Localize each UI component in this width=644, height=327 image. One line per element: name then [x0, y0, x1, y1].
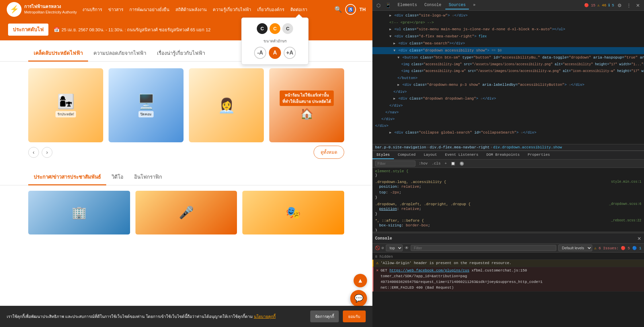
- devtools-close-btn[interactable]: ✕: [635, 2, 641, 9]
- tree-line-6[interactable]: ▼ <div class="dropdown accessibility sho…: [372, 47, 644, 54]
- panel-tab-dom-breakpoints[interactable]: DOM Breakpoints: [482, 151, 524, 159]
- console-eye-icon[interactable]: 👁: [405, 246, 409, 251]
- scroll-top-button[interactable]: ▲: [354, 274, 367, 287]
- accessibility-button[interactable]: ♿: [345, 4, 356, 15]
- dt-tab-elements[interactable]: Elements: [394, 1, 420, 9]
- tab-infographic[interactable]: อินโฟกราฟิก: [129, 170, 167, 185]
- color-white-btn[interactable]: C: [282, 23, 293, 34]
- tab-electricity-tips[interactable]: เคล็ดลับประหยัดไฟฟ้า: [28, 46, 88, 62]
- devtools-inspect-btn[interactable]: ⬡: [375, 2, 382, 9]
- devtools-settings-btn[interactable]: ⚙: [616, 2, 623, 9]
- console-context-dropdown[interactable]: top: [386, 245, 403, 251]
- tree-line-5[interactable]: ▶ <div class="mea-search"></div>: [372, 40, 644, 47]
- tree-line-12[interactable]: </div>: [372, 88, 644, 95]
- bc-navigation[interactable]: bar.p-0.site-navigation: [375, 145, 426, 149]
- arrow-4[interactable]: ▼: [390, 35, 392, 38]
- tab-knowledge[interactable]: เรื่องน่ารู้เกี่ยวกับไฟฟ้า: [152, 46, 210, 62]
- panel-tab-styles[interactable]: Styles: [372, 151, 394, 159]
- view-all-button[interactable]: ดูทั้งหมด: [314, 146, 344, 159]
- arrow-3[interactable]: ▶: [390, 28, 392, 31]
- carousel-next-btn[interactable]: ›: [42, 147, 52, 158]
- cookie-accept-button[interactable]: ยอมรับ: [343, 311, 366, 322]
- nav-สถิติ[interactable]: สถิติด้านพลังงาน: [175, 6, 207, 13]
- font-increase-btn[interactable]: +A: [284, 47, 296, 59]
- devtools-vertical-btn[interactable]: ⋮: [625, 2, 633, 9]
- tree-line-16[interactable]: </div>: [372, 116, 644, 122]
- style-icon2[interactable]: 🔘: [458, 161, 466, 166]
- nav-พัฒนา[interactable]: การพัฒนาอย่างยั่งยืน: [129, 6, 169, 13]
- tab-video[interactable]: วิดีโอ: [106, 170, 129, 185]
- tab-safety[interactable]: ความปลอดภัยจากไฟฟ้า: [88, 46, 152, 62]
- panel-tab-event-listeners[interactable]: Event Listeners: [441, 151, 482, 159]
- tree-line-18[interactable]: ▶ <div class="collapse global-search" id…: [372, 129, 644, 136]
- chat-button[interactable]: 💬: [350, 290, 367, 307]
- font-normal-btn[interactable]: A: [269, 47, 281, 59]
- hover-filter-btn[interactable]: :hov: [417, 161, 429, 166]
- tree-line-2[interactable]: <!-- <pre></pre> -->: [372, 19, 644, 26]
- panel-tab-layout[interactable]: Layout: [419, 151, 441, 159]
- style-icon1[interactable]: 🔲: [449, 161, 457, 166]
- bc-accessibility[interactable]: div.dropdown.accessibility.show: [493, 145, 562, 149]
- language-button[interactable]: TH: [359, 7, 366, 12]
- tree-line-13[interactable]: ▶ <div class="dropdown dropdown-lang"> ☆…: [372, 95, 644, 102]
- color-orange-btn[interactable]: C: [270, 23, 280, 34]
- tree-line-3[interactable]: ▶ <ul class="site-menu main-menu js-clon…: [372, 26, 644, 33]
- arrow-5[interactable]: ▶: [394, 42, 396, 45]
- arrow-6[interactable]: ▼: [394, 49, 396, 52]
- card-2[interactable]: 🖥️ ปิดคอม: [109, 68, 184, 142]
- console-levels-dropdown[interactable]: Default levels: [558, 245, 592, 251]
- nav-งานบริการ[interactable]: งานบริการ: [82, 6, 102, 13]
- card-1[interactable]: 👩‍👧 รักประหยัด!: [28, 68, 103, 142]
- tree-line-14[interactable]: </div>: [372, 102, 644, 109]
- arrow-18[interactable]: ▶: [390, 131, 392, 135]
- arrow-13[interactable]: ▶: [394, 97, 396, 101]
- tree-line-10[interactable]: </button>: [372, 75, 644, 81]
- card-3[interactable]: 👩‍💼: [189, 68, 264, 142]
- tree-line-8[interactable]: <img class="accessibility-img" src="/ass…: [372, 61, 644, 68]
- search-button[interactable]: 🔍: [334, 6, 342, 13]
- tree-line-4[interactable]: ▼ <div class="d-flex mea-navbar-right"> …: [372, 33, 644, 40]
- nav-ความรู้[interactable]: ความรู้เกี่ยวกับไฟฟ้า: [213, 6, 251, 13]
- arrow-1[interactable]: ▶: [390, 14, 392, 17]
- color-dark-btn[interactable]: C: [257, 23, 268, 34]
- panel-tab-properties[interactable]: Properties: [524, 151, 554, 159]
- cookie-manage-button[interactable]: จัดการคุกกี้: [310, 311, 339, 322]
- console-filter-icon[interactable]: ⊘: [381, 246, 384, 251]
- tab-news[interactable]: ประกาศ/ข่าวสารประชาสัมพันธ์: [28, 170, 106, 185]
- bottom-card-2[interactable]: 🎤: [135, 191, 237, 234]
- arrow-7[interactable]: ▼: [398, 56, 400, 60]
- dt-tab-more[interactable]: »: [470, 1, 479, 9]
- devtools-device-btn[interactable]: 📱: [384, 2, 392, 9]
- console-close-btn[interactable]: ✕: [637, 236, 641, 241]
- console-filter-input[interactable]: [411, 245, 556, 251]
- add-style-btn[interactable]: +: [443, 161, 448, 166]
- cookie-policy-link[interactable]: นโยบายคุกกี้: [254, 314, 276, 319]
- bottom-card-3[interactable]: 🎭: [242, 191, 344, 234]
- panel-tab-computed[interactable]: Computed: [394, 151, 420, 159]
- dt-tab-console[interactable]: Console: [421, 1, 445, 9]
- carousel-prev-btn[interactable]: ‹: [28, 147, 39, 158]
- tree-line-11[interactable]: ▶ <div class="dropdown-menu p-3 show" ar…: [372, 81, 644, 88]
- dt-tab-sources[interactable]: Sources: [445, 1, 469, 9]
- console-hidden-msg: 8 hidden: [372, 254, 644, 260]
- tree-line-7[interactable]: ▼ <button class="btn btn-sm" type="butto…: [372, 54, 644, 61]
- content-tabs: เคล็ดลับประหยัดไฟฟ้า ความปลอดภัยจากไฟฟ้า…: [0, 46, 372, 62]
- console-clear-icon[interactable]: 🚫: [375, 246, 380, 251]
- tree-line-17[interactable]: </div>: [372, 122, 644, 129]
- tree-line-1[interactable]: ▶ <div class="site-logo-w"> ☆</div>: [372, 12, 644, 19]
- tree-line-9[interactable]: <img class="accessibility-img-w" src="/a…: [372, 68, 644, 75]
- arrow-11[interactable]: ▶: [398, 83, 400, 87]
- nav-ติดต่อ[interactable]: ติดต่อเรา: [290, 6, 307, 13]
- bottom-card-1[interactable]: 🏢: [28, 191, 130, 234]
- card-4[interactable]: หน้าร้อน ไม่ใช้แอร์เท่านั้นที่ทำให้เย็นส…: [269, 68, 344, 142]
- nav-ข่าวสาร[interactable]: ข่าวสาร: [108, 6, 123, 13]
- console-error-link[interactable]: https://web.facebook.com/plugins/cus: [390, 268, 470, 272]
- css-selector-1: .dropdown-lang, .accessibility {: [375, 180, 446, 184]
- nav-เกี่ยวกับ[interactable]: เกี่ยวกับองค์กร: [257, 6, 284, 13]
- cls-filter-btn[interactable]: .cls: [430, 161, 442, 166]
- font-decrease-btn[interactable]: -A: [254, 47, 266, 59]
- tree-line-15[interactable]: </nav>: [372, 109, 644, 116]
- styles-filter-input[interactable]: [375, 160, 415, 167]
- logo-icon: ⚡: [7, 2, 22, 17]
- bc-navbar-right[interactable]: div.d-flex.mea-navbar-right: [430, 145, 489, 149]
